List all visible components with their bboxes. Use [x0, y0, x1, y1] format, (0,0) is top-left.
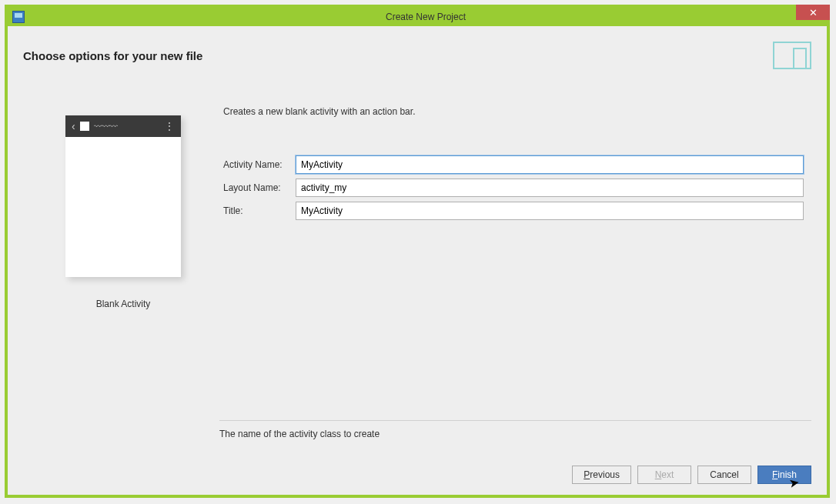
hint-area: The name of the activity class to create [219, 420, 811, 439]
preview-column: ‹ 〰〰〰 ⋮ Blank Activity [46, 100, 200, 309]
finish-button[interactable]: Finish [757, 466, 811, 484]
layout-name-label: Layout Name: [223, 182, 296, 193]
close-icon: ✕ [809, 7, 818, 18]
preview-actionbar: ‹ 〰〰〰 ⋮ [65, 115, 181, 137]
page-description: Creates a new blank activity with an act… [223, 106, 804, 117]
page-title: Choose options for your new file [23, 49, 202, 62]
title-placeholder-icon: 〰〰〰 [94, 122, 159, 131]
window-title: Create New Project [25, 12, 827, 22]
dialog-window: Create New Project ✕ Choose options for … [5, 5, 830, 498]
cancel-button[interactable]: Cancel [697, 466, 751, 484]
close-button[interactable]: ✕ [796, 5, 830, 20]
dialog-content: Choose options for your new file ‹ 〰〰〰 ⋮… [8, 26, 827, 495]
hint-divider [219, 420, 811, 421]
preview-label: Blank Activity [96, 299, 151, 309]
app-icon [12, 11, 25, 23]
overflow-menu-icon: ⋮ [164, 120, 175, 132]
device-icon [773, 42, 811, 69]
activity-name-input[interactable] [296, 155, 804, 174]
title-bar: Create New Project ✕ [8, 8, 827, 26]
app-square-icon [80, 122, 89, 131]
form-column: Creates a new blank activity with an act… [223, 100, 811, 309]
activity-name-label: Activity Name: [223, 159, 296, 170]
previous-button[interactable]: Previous [572, 466, 631, 484]
back-icon: ‹ [72, 120, 75, 132]
activity-preview: ‹ 〰〰〰 ⋮ [65, 115, 181, 277]
wizard-buttons: Previous Next Cancel Finish [572, 466, 811, 484]
layout-name-input[interactable] [296, 179, 804, 197]
title-input[interactable] [296, 202, 804, 220]
next-button: Next [637, 466, 691, 484]
hint-text: The name of the activity class to create [219, 429, 811, 439]
title-label: Title: [223, 205, 296, 216]
